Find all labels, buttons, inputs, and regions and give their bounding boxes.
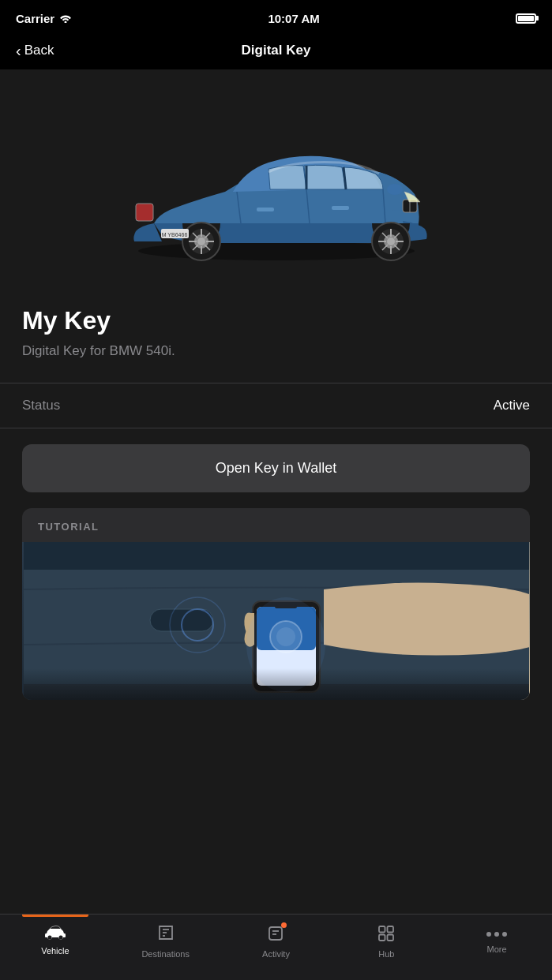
svg-point-58 (502, 932, 507, 937)
svg-point-57 (494, 932, 499, 937)
tab-destinations-label: Destinations (141, 949, 190, 959)
tab-activity-label: Activity (262, 949, 290, 959)
tab-hub[interactable]: Hub (331, 922, 441, 959)
battery-icon (516, 13, 536, 24)
battery-area (516, 13, 536, 24)
key-title: My Key (22, 306, 530, 335)
svg-point-20 (197, 238, 205, 245)
svg-point-56 (486, 932, 491, 937)
activity-notification-dot (281, 922, 287, 928)
wifi-icon (59, 12, 72, 25)
status-bar: Carrier 10:07 AM (0, 0, 552, 35)
svg-rect-53 (388, 926, 394, 933)
svg-rect-31 (136, 204, 153, 221)
svg-rect-51 (269, 927, 282, 940)
tutorial-image (22, 542, 530, 700)
open-key-wallet-button[interactable]: Open Key in Wallet (22, 444, 530, 492)
tab-bar: Vehicle Destinations Activity (0, 914, 552, 980)
vehicle-icon (44, 924, 66, 943)
tab-vehicle[interactable]: Vehicle (0, 922, 111, 956)
page-title: Digital Key (242, 43, 311, 58)
svg-point-8 (387, 238, 395, 245)
car-image: M YB6466 (111, 101, 442, 267)
tutorial-label: TUTORIAL (22, 508, 530, 542)
status-time: 10:07 AM (268, 12, 319, 25)
svg-rect-55 (388, 935, 394, 941)
svg-point-50 (58, 936, 62, 940)
svg-rect-4 (332, 206, 349, 210)
destinations-icon (157, 924, 175, 946)
key-subtitle: Digital Key for BMW 540i. (22, 343, 530, 359)
svg-rect-38 (24, 542, 529, 570)
tutorial-scene-svg (24, 542, 529, 700)
back-label: Back (24, 43, 54, 58)
tab-more[interactable]: More (441, 922, 552, 954)
more-icon (486, 924, 508, 941)
button-area: Open Key in Wallet (22, 428, 530, 508)
tab-hub-label: Hub (378, 949, 394, 959)
svg-rect-3 (257, 208, 274, 211)
status-value: Active (494, 398, 530, 413)
status-row: Status Active (22, 383, 530, 428)
svg-rect-54 (379, 935, 385, 941)
tutorial-card: TUTORIAL (22, 508, 530, 700)
back-chevron-icon: ‹ (16, 43, 21, 58)
svg-point-34 (387, 184, 403, 195)
tab-vehicle-label: Vehicle (41, 946, 69, 956)
svg-point-49 (47, 936, 51, 940)
navigation-bar: ‹ Back Digital Key (0, 35, 552, 69)
back-button[interactable]: ‹ Back (16, 43, 54, 58)
car-image-area: M YB6466 (0, 69, 552, 290)
content-area: My Key Digital Key for BMW 540i. Status … (0, 290, 552, 795)
svg-rect-48 (24, 668, 529, 700)
svg-text:M YB6466: M YB6466 (161, 232, 187, 238)
hub-icon (377, 924, 396, 946)
status-label: Status (22, 398, 60, 413)
tab-destinations[interactable]: Destinations (111, 922, 221, 959)
tab-more-label: More (487, 944, 507, 954)
activity-icon-wrap (266, 924, 285, 946)
carrier-info: Carrier (16, 12, 72, 25)
carrier-label: Carrier (16, 12, 54, 25)
tab-activity[interactable]: Activity (221, 922, 332, 959)
svg-rect-52 (379, 926, 385, 933)
